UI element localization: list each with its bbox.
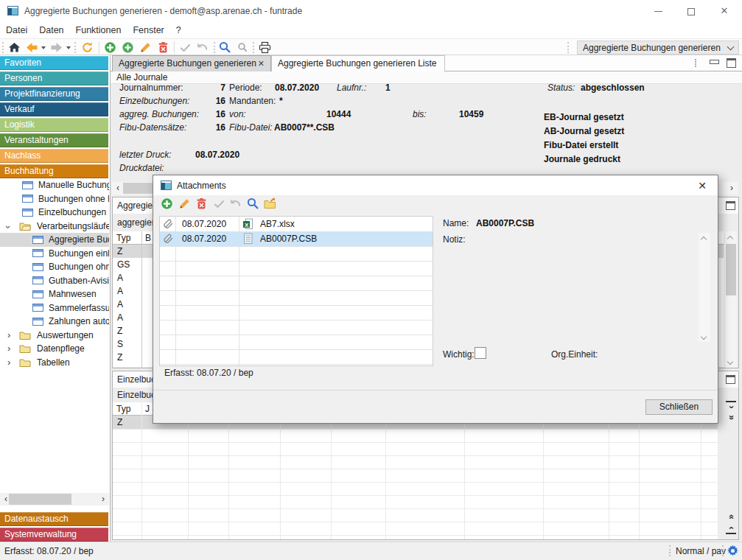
restore-pane-icon[interactable] — [710, 60, 719, 64]
tree-item-folder[interactable]: › Verarbeitungsläufe — [0, 220, 109, 234]
close-button[interactable]: ✕ — [713, 4, 735, 18]
dialog-close-icon[interactable]: ✕ — [696, 179, 709, 192]
add-special-icon[interactable] — [122, 41, 134, 54]
maximize-button[interactable] — [680, 4, 702, 18]
notiz-label: Notiz: — [443, 234, 466, 245]
forward-history-caret[interactable] — [66, 46, 71, 49]
scroll-down-icon[interactable] — [725, 357, 737, 367]
back-icon[interactable] — [26, 41, 38, 54]
chevron-icon[interactable]: › — [7, 329, 10, 343]
sidebar-category-nachlass[interactable]: Nachlass — [0, 149, 108, 163]
undo-icon[interactable] — [196, 41, 209, 54]
sidebar-categories: Favoriten Personen Projektfinanzierung V… — [0, 56, 110, 180]
tree-item[interactable]: Buchungen einlese — [0, 247, 109, 261]
sidebar-category-verkauf[interactable]: Verkauf — [0, 102, 108, 116]
home-icon[interactable] — [8, 41, 21, 54]
tree-item[interactable]: Mahnwesen — [0, 287, 109, 301]
tree-item[interactable]: Buchungen ohne Refe — [0, 192, 109, 206]
attachment-row[interactable]: 08.07.2020 X AB7.xlsx — [160, 217, 433, 231]
search-icon[interactable] — [219, 41, 231, 54]
tab-aggregierte-buchungen-generieren[interactable]: Aggregierte Buchungen generieren ✕ — [112, 55, 271, 71]
column-header[interactable]: Typ — [116, 233, 130, 243]
maximize-pane-icon[interactable] — [727, 58, 736, 68]
menu-item-datei[interactable]: Datei — [0, 22, 33, 35]
dialog-title: Attachments — [177, 181, 226, 191]
delete-icon[interactable] — [195, 197, 208, 210]
window-icon — [32, 318, 43, 326]
title-bar: Aggregierte Buchungen generieren - demof… — [0, 0, 742, 22]
context-dropdown[interactable]: Aggregierte Buchungen generieren — [577, 41, 739, 55]
search-icon[interactable] — [247, 197, 259, 210]
column-header[interactable]: Typ — [116, 404, 130, 414]
status-left-text: Erfasst: 08.07.20 / bep — [4, 546, 94, 556]
sidebar-category-datenaustausch[interactable]: Datenaustausch — [0, 512, 108, 526]
scroll-right-icon[interactable]: › — [97, 493, 109, 505]
edit-icon[interactable] — [178, 197, 191, 210]
sidebar-category-logistik[interactable]: Logistik — [0, 118, 108, 132]
menu-item-funktionen[interactable]: Funktionen — [70, 22, 127, 35]
sidebar-category-personen[interactable]: Personen — [0, 71, 108, 85]
add-icon[interactable] — [104, 41, 116, 54]
tree-item[interactable]: Aggregierte Buchun — [0, 233, 109, 247]
tab-aggregierte-buchungen-generieren-liste[interactable]: Aggregierte Buchungen generieren Liste — [271, 55, 445, 71]
chevron-icon[interactable]: › — [7, 356, 10, 370]
scroll-last-icon[interactable]: › — [726, 525, 736, 534]
scroll-right-icon[interactable]: › — [726, 182, 738, 195]
maximize-panel-icon[interactable] — [726, 201, 735, 210]
back-history-caret[interactable] — [41, 46, 46, 49]
tree-item[interactable]: Einzelbuchungen — [0, 206, 109, 220]
tree-item[interactable]: Zahlungen automat — [0, 315, 109, 329]
chevron-icon[interactable]: › — [7, 342, 10, 356]
vertical-scrollbar[interactable] — [725, 231, 737, 368]
sidebar-category-veranstaltungen[interactable]: Veranstaltungen — [0, 133, 108, 147]
open-folder-icon[interactable] — [264, 197, 276, 210]
menu-item-daten[interactable]: Daten — [33, 22, 69, 35]
scrollbar-thumb[interactable] — [9, 494, 71, 505]
scroll-left-icon[interactable]: ‹ — [112, 182, 124, 195]
menu-item-fenster[interactable]: Fenster — [127, 22, 169, 35]
tree-item[interactable]: Guthaben-Avisierun — [0, 274, 109, 288]
confirm-icon[interactable] — [179, 41, 192, 54]
sidebar-category-buchhaltung[interactable]: Buchhaltung — [0, 164, 108, 178]
search-secondary-icon[interactable] — [237, 41, 249, 54]
scrollbar-thumb[interactable] — [726, 244, 736, 295]
tab-options-icon[interactable] — [695, 59, 696, 60]
scroll-up-icon[interactable] — [699, 233, 710, 243]
chevron-icon[interactable]: › — [1, 225, 15, 228]
scroll-first-icon[interactable]: › — [726, 401, 736, 410]
wichtig-checkbox[interactable] — [475, 347, 486, 359]
sidebar-category-favoriten[interactable]: Favoriten — [0, 56, 108, 70]
page-up-icon[interactable]: » — [726, 413, 736, 421]
scroll-up-icon[interactable] — [725, 232, 737, 242]
column-header[interactable]: J — [145, 404, 150, 414]
scroll-down-icon[interactable] — [699, 332, 710, 342]
maximize-panel-icon[interactable] — [726, 375, 735, 384]
edit-icon[interactable] — [139, 41, 152, 54]
menu-item-help[interactable]: ? — [170, 22, 187, 35]
delete-icon[interactable] — [157, 41, 169, 54]
notiz-scrollbar[interactable] — [699, 233, 710, 342]
sidebar-category-projektfinanzierung[interactable]: Projektfinanzierung — [0, 87, 108, 101]
tab-close-icon[interactable]: ✕ — [258, 56, 265, 71]
page-down-icon[interactable]: » — [726, 514, 736, 522]
sidebar: Favoriten Personen Projektfinanzierung V… — [0, 55, 111, 542]
forward-icon[interactable] — [50, 41, 63, 54]
tree-item-folder[interactable]: › Auswertungen — [0, 329, 109, 343]
sidebar-category-systemverwaltung[interactable]: Systemverwaltung — [0, 528, 108, 542]
print-icon[interactable] — [259, 41, 271, 54]
refresh-icon[interactable] — [81, 41, 94, 54]
tree-item[interactable]: Buchungen ohne R — [0, 260, 109, 274]
undo-icon[interactable] — [229, 197, 242, 210]
confirm-icon[interactable] — [213, 197, 225, 210]
attachment-row[interactable]: 08.07.2020 AB0007P.CSB — [160, 231, 433, 246]
schliessen-button[interactable]: Schließen — [645, 399, 713, 415]
column-header[interactable]: B — [145, 233, 151, 243]
settings-gear-icon[interactable] — [727, 545, 739, 557]
add-icon[interactable] — [161, 197, 173, 210]
tree-item[interactable]: Sammelerfassung S — [0, 301, 109, 315]
tree-item[interactable]: Manuelle Buchungen — [0, 178, 109, 192]
tree-item-folder[interactable]: › Tabellen — [0, 356, 109, 370]
sidebar-horizontal-scrollbar[interactable]: ‹ › — [0, 493, 109, 505]
minimize-button[interactable] — [647, 4, 669, 18]
tree-item-folder[interactable]: › Datenpflege — [0, 342, 109, 356]
